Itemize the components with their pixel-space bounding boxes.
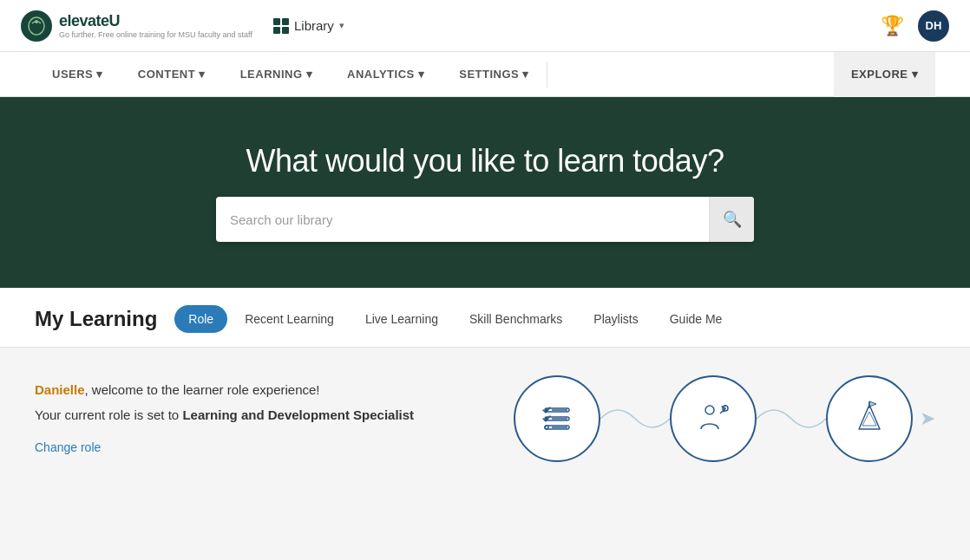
search-input[interactable]: [216, 200, 709, 239]
journey-connector-2: [757, 393, 826, 445]
header-right: 🏆 DH: [881, 10, 949, 42]
nav-analytics-label: ANALYTICS: [347, 68, 415, 81]
tab-guide-me[interactable]: Guide Me: [656, 305, 737, 333]
nav-item-explore[interactable]: EXPLORE ▾: [834, 52, 935, 97]
nav-users-label: USERS: [52, 68, 93, 81]
nav-explore-label: EXPLORE: [851, 68, 908, 81]
nav-item-users[interactable]: USERS ▾: [35, 52, 121, 97]
hero-search-bar: 🔍: [216, 197, 754, 242]
nav-separator: [547, 62, 547, 88]
tab-role[interactable]: Role: [174, 305, 227, 333]
learning-tabs: Role Recent Learning Live Learning Skill…: [174, 305, 736, 333]
nav-settings-label: SETTINGS: [459, 68, 519, 81]
nav-item-analytics[interactable]: ANALYTICS ▾: [330, 52, 442, 97]
role-content: Danielle, welcome to the learner role ex…: [35, 375, 935, 462]
nav-learning-label: LEARNING: [240, 68, 303, 81]
tab-skill-label: Skill Benchmarks: [469, 312, 562, 326]
logo-text: elevateU Go further. Free online trainin…: [59, 12, 252, 40]
search-icon: 🔍: [723, 210, 742, 229]
journey-connector-1: [600, 393, 670, 445]
tab-recent-label: Recent Learning: [245, 312, 334, 326]
nav-settings-chevron-icon: ▾: [522, 68, 529, 81]
tab-live-learning[interactable]: Live Learning: [351, 305, 452, 333]
welcome-name: Danielle: [35, 382, 85, 397]
my-learning-title: My Learning: [35, 307, 157, 331]
nav-item-settings[interactable]: SETTINGS ▾: [442, 52, 547, 97]
logo-subtitle: Go further. Free online training for MSU…: [59, 30, 252, 40]
nav-content-chevron-icon: ▾: [199, 68, 206, 81]
change-role-button[interactable]: Change role: [35, 440, 101, 454]
hero-title: What would you like to learn today?: [246, 143, 724, 179]
journey-step-2-icon: [670, 375, 757, 462]
avatar[interactable]: DH: [918, 10, 949, 42]
nav-analytics-chevron-icon: ▾: [418, 68, 425, 81]
nav-learning-chevron-icon: ▾: [306, 68, 313, 81]
journey-step-3-icon: [826, 375, 913, 462]
main-nav: USERS ▾ CONTENT ▾ LEARNING ▾ ANALYTICS ▾…: [0, 52, 970, 97]
grid-icon: [273, 18, 289, 34]
svg-marker-17: [869, 401, 876, 407]
library-label: Library: [294, 18, 334, 33]
role-line: Your current role is set to Learning and…: [35, 407, 514, 422]
nav-item-content[interactable]: CONTENT ▾: [121, 52, 223, 97]
tab-live-label: Live Learning: [365, 312, 438, 326]
header-left: elevateU Go further. Free online trainin…: [21, 10, 344, 42]
library-button[interactable]: Library ▾: [273, 18, 344, 34]
tab-role-label: Role: [188, 312, 213, 326]
svg-point-1: [35, 20, 38, 23]
nav-users-chevron-icon: ▾: [96, 68, 103, 81]
my-learning-header: My Learning Role Recent Learning Live Le…: [35, 288, 935, 347]
nav-content-label: CONTENT: [138, 68, 195, 81]
hero-section: What would you like to learn today? 🔍: [0, 97, 970, 288]
nav-item-learning[interactable]: LEARNING ▾: [223, 52, 330, 97]
svg-point-11: [705, 406, 714, 414]
tab-playlists-label: Playlists: [593, 312, 638, 326]
tab-playlists[interactable]: Playlists: [580, 305, 652, 333]
tab-guide-label: Guide Me: [670, 312, 723, 326]
role-journey-illustration: ➤: [514, 375, 935, 462]
search-button[interactable]: 🔍: [709, 197, 754, 242]
tab-skill-benchmarks[interactable]: Skill Benchmarks: [456, 305, 576, 333]
logo-name: elevateU: [59, 12, 252, 30]
journey-arrow-icon: ➤: [920, 407, 935, 430]
svg-marker-15: [862, 412, 876, 426]
welcome-message: Danielle, welcome to the learner role ex…: [35, 382, 514, 397]
logo-icon: [21, 10, 52, 42]
nav-explore-chevron-icon: ▾: [912, 68, 919, 81]
journey-step-1-icon: [514, 375, 600, 462]
welcome-suffix: , welcome to the learner role experience…: [85, 382, 320, 397]
role-prefix: Your current role is set to: [35, 407, 182, 422]
trophy-icon[interactable]: 🏆: [881, 15, 904, 37]
logo[interactable]: elevateU Go further. Free online trainin…: [21, 10, 252, 42]
tab-recent-learning[interactable]: Recent Learning: [231, 305, 348, 333]
role-name: Learning and Development Specialist: [182, 407, 414, 422]
library-chevron-icon: ▾: [339, 20, 344, 31]
role-text-content: Danielle, welcome to the learner role ex…: [35, 375, 514, 455]
my-learning-section: My Learning Role Recent Learning Live Le…: [0, 288, 970, 348]
svg-point-7: [545, 426, 548, 429]
content-area: Danielle, welcome to the learner role ex…: [0, 348, 970, 538]
app-header: elevateU Go further. Free online trainin…: [0, 0, 970, 52]
